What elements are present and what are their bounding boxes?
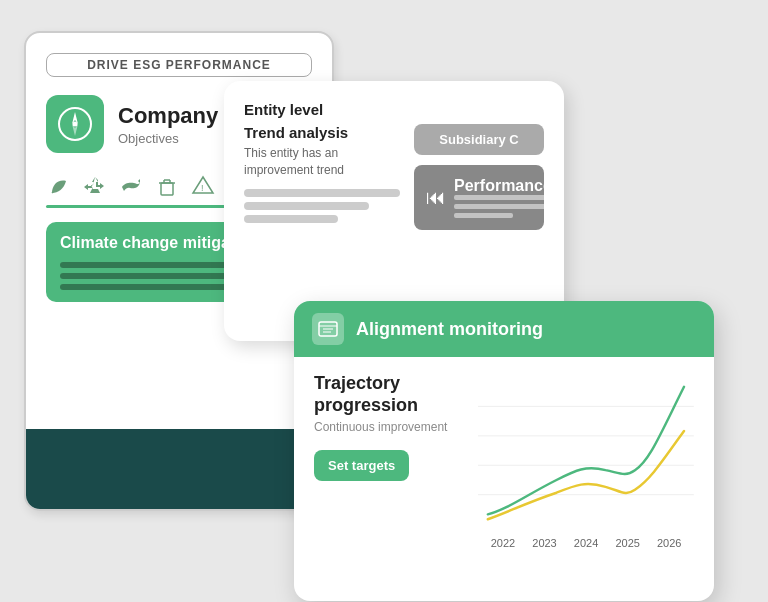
svg-point-3 — [73, 122, 78, 127]
alignment-header: Alignment monitoring — [294, 301, 714, 357]
entity-line-2 — [244, 202, 369, 210]
recycle-icon — [82, 173, 108, 199]
plant-icon — [46, 173, 72, 199]
green-trajectory-line — [488, 387, 684, 515]
perf-line-1 — [454, 195, 552, 200]
perf-line-2 — [454, 204, 552, 209]
x-label-2026: 2026 — [657, 537, 681, 549]
entity-content: Trend analysis This entity has an improv… — [244, 124, 544, 230]
entity-line-3 — [244, 215, 338, 223]
hazard-icon: ! — [190, 173, 216, 199]
alignment-icon — [312, 313, 344, 345]
waste-icon — [154, 173, 180, 199]
trend-title: Trend analysis — [244, 124, 400, 141]
main-scene: DRIVE ESG PERFORMANCE Company C Objectiv… — [24, 21, 744, 581]
company-name: Company C — [118, 103, 240, 129]
trajectory-sub: Continuous improvement — [314, 420, 468, 434]
performance-button[interactable]: ⏮ Performance — [414, 165, 544, 230]
trend-desc: This entity has an improvement trend — [244, 145, 400, 179]
perf-chart-icon: ⏮ — [426, 186, 446, 209]
trajectory-title: Trajectory progression — [314, 373, 468, 416]
x-axis-labels: 2022 2023 2024 2025 2026 — [478, 537, 694, 549]
set-targets-button[interactable]: Set targets — [314, 450, 409, 481]
entity-lines — [244, 189, 400, 223]
entity-right: Subsidiary C ⏮ Performance — [414, 124, 544, 230]
entity-left: Trend analysis This entity has an improv… — [244, 124, 400, 230]
alignment-title: Alignment monitoring — [356, 319, 543, 340]
x-label-2025: 2025 — [615, 537, 639, 549]
perf-line-3 — [454, 213, 513, 218]
alignment-card: Alignment monitoring Trajectory progress… — [294, 301, 714, 601]
dolphin-icon — [118, 173, 144, 199]
svg-text:!: ! — [201, 183, 204, 193]
svg-rect-5 — [161, 183, 173, 195]
climate-line-3 — [60, 284, 227, 290]
entity-line-1 — [244, 189, 400, 197]
compass-icon — [46, 95, 104, 153]
trajectory-section: Trajectory progression Continuous improv… — [314, 373, 468, 549]
performance-label: Performance — [454, 177, 552, 195]
chart-section: 2022 2023 2024 2025 2026 — [478, 373, 694, 549]
entity-title: Entity level — [244, 101, 544, 118]
drive-label: DRIVE ESG PERFORMANCE — [46, 53, 312, 77]
company-info: Company C Objectives — [118, 103, 240, 146]
perf-lines — [454, 195, 552, 218]
x-label-2023: 2023 — [532, 537, 556, 549]
trajectory-chart — [478, 373, 694, 533]
card-front-body: Trajectory progression Continuous improv… — [294, 357, 714, 565]
x-label-2024: 2024 — [574, 537, 598, 549]
dark-bottom — [26, 429, 332, 509]
company-sub: Objectives — [118, 131, 240, 146]
subsidiary-button[interactable]: Subsidiary C — [414, 124, 544, 155]
x-label-2022: 2022 — [491, 537, 515, 549]
